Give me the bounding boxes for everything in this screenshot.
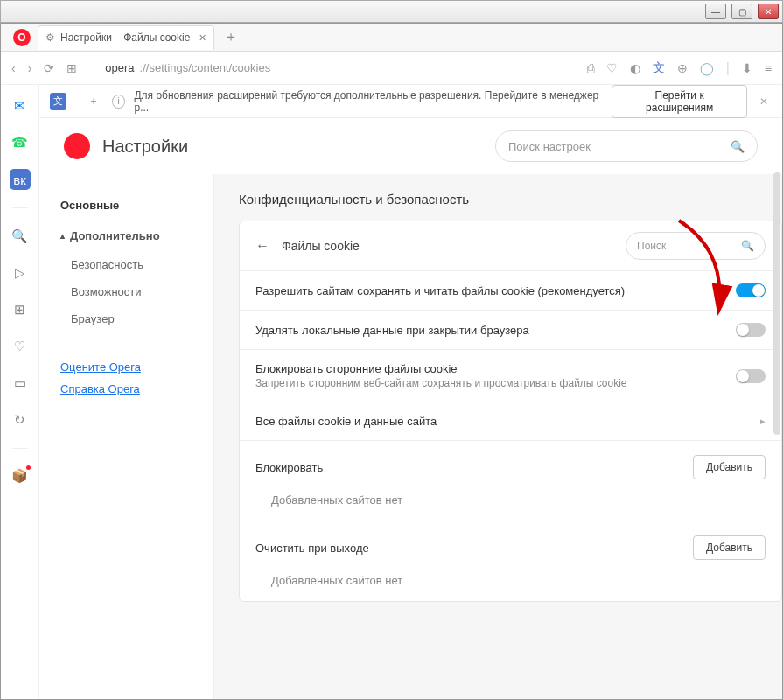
row-allow-cookies: Разрешить сайтам сохранять и читать файл…	[240, 270, 781, 310]
card-search-placeholder: Поиск	[637, 240, 666, 252]
adblock-icon[interactable]: ◐	[630, 61, 640, 75]
history-icon[interactable]: ↻	[10, 410, 31, 430]
info-icon: i	[112, 94, 126, 108]
card-title: Файлы cookie	[282, 239, 360, 253]
messenger-icon[interactable]: ✉	[10, 95, 31, 116]
search-icon: 🔍	[741, 240, 754, 252]
settings-header: Настройки Поиск настроек 🔍	[39, 118, 782, 174]
clear-on-exit-section: Очистить при выходе Добавить Добавленных…	[240, 521, 781, 601]
window-maximize-button[interactable]: ▢	[731, 4, 752, 19]
tab-title: Настройки – Файлы cookie	[60, 32, 190, 44]
speed-dial-rail-icon[interactable]: ⊞	[10, 299, 31, 320]
close-tab-icon[interactable]: ✕	[199, 32, 206, 44]
heart-icon[interactable]: ♡	[606, 61, 618, 75]
search-icon: 🔍	[731, 140, 745, 153]
row-all-cookies-label: Все файлы cookie и данные сайта	[255, 415, 750, 428]
url-host: opera	[105, 61, 134, 74]
go-to-extensions-button[interactable]: Перейти к расширениям	[612, 85, 747, 118]
window-close-button[interactable]: ✕	[758, 4, 779, 19]
block-title: Блокировать	[255, 461, 323, 474]
settings-nav: Основные ▴ Дополнительно Безопасность Во…	[39, 174, 214, 699]
notification-bar: 文 ＋ i Для обновления расширений требуютс…	[39, 85, 782, 118]
easy-setup-icon[interactable]: ≡	[765, 61, 772, 75]
window-titlebar: — ▢ ✕	[0, 0, 783, 23]
settings-search-input[interactable]: Поиск настроек 🔍	[495, 130, 758, 162]
notification-text: Для обновления расширений требуются допо…	[134, 89, 603, 114]
row-all-cookies[interactable]: Все файлы cookie и данные сайта ▸	[240, 402, 781, 440]
vk-icon[interactable]: вк	[10, 169, 31, 190]
opera-logo-icon	[64, 133, 90, 159]
clear-empty-text: Добавленных сайтов нет	[255, 574, 766, 587]
row-clear-label: Удалять локальные данные при закрытии бр…	[255, 324, 725, 337]
extension-badge-icon: 文	[50, 93, 66, 110]
page-title: Настройки	[102, 136, 188, 157]
cookies-card: ← Файлы cookie Поиск 🔍 Разрешить сайтам …	[239, 220, 782, 602]
gear-icon: ⚙	[45, 32, 55, 44]
person-icon[interactable]: ◯	[700, 61, 714, 75]
search-placeholder: Поиск настроек	[508, 140, 591, 153]
left-sidebar-rail: ✉ ☎ вк 🔍 ▷ ⊞ ♡ ▭ ↻ 📦	[1, 85, 39, 699]
nav-advanced[interactable]: ▴ Дополнительно	[39, 220, 213, 251]
block-thirdparty-toggle[interactable]	[736, 369, 766, 383]
row-block3p-sub: Запретить сторонним веб-сайтам сохранять…	[255, 377, 725, 389]
add-panel-button[interactable]: ＋	[84, 92, 102, 111]
block-empty-text: Добавленных сайтов нет	[255, 494, 766, 507]
nav-security[interactable]: Безопасность	[39, 251, 213, 278]
cookies-search-input[interactable]: Поиск 🔍	[626, 232, 766, 260]
back-arrow-icon[interactable]: ←	[255, 238, 269, 254]
url-path: ://settings/content/cookies	[140, 61, 271, 74]
row-allow-label: Разрешить сайтам сохранять и читать файл…	[255, 284, 725, 298]
news-icon[interactable]: ▭	[10, 373, 31, 394]
chevron-up-icon: ▴	[60, 231, 65, 241]
opera-logo-icon[interactable]: O	[13, 29, 31, 46]
chevron-right-icon: ▸	[760, 416, 766, 427]
rate-opera-link[interactable]: Оцените Opera	[60, 360, 192, 374]
reload-icon[interactable]: ⟳	[44, 61, 54, 75]
clear-title: Очистить при выходе	[255, 542, 369, 555]
nav-forward-icon[interactable]: ›	[28, 61, 32, 75]
extensions-icon[interactable]: 📦	[10, 466, 30, 486]
browser-tab[interactable]: ⚙ Настройки – Файлы cookie ✕	[38, 25, 214, 50]
tab-strip: O ⚙ Настройки – Файлы cookie ✕ ＋	[1, 24, 782, 52]
translate-icon[interactable]: 文	[653, 60, 665, 76]
scrollbar[interactable]	[773, 172, 780, 435]
bookmarks-icon[interactable]: ♡	[10, 336, 31, 357]
nav-back-icon[interactable]: ‹	[11, 61, 16, 75]
search-icon[interactable]: 🔍	[10, 226, 31, 247]
url-field[interactable]: opera://settings/content/cookies	[105, 61, 574, 74]
flow-icon[interactable]: ▷	[10, 262, 31, 284]
add-block-button[interactable]: Добавить	[693, 455, 766, 480]
speed-dial-icon[interactable]: ⊞	[66, 61, 77, 75]
clear-on-exit-toggle[interactable]	[736, 323, 766, 337]
add-clear-button[interactable]: Добавить	[693, 536, 766, 560]
snapshot-icon[interactable]: ⎙	[587, 61, 594, 75]
nav-browser[interactable]: Браузер	[39, 305, 213, 332]
nav-advanced-label: Дополнительно	[70, 229, 160, 242]
new-tab-button[interactable]: ＋	[221, 28, 241, 47]
nav-basic[interactable]: Основные	[39, 190, 213, 220]
download-icon[interactable]: ⬇	[742, 61, 752, 75]
window-minimize-button[interactable]: —	[705, 4, 726, 19]
address-bar: ‹ › ⟳ ⊞ opera://settings/content/cookies…	[1, 52, 782, 85]
help-opera-link[interactable]: Справка Opera	[60, 382, 192, 396]
section-title: Конфиденциальность и безопасность	[239, 192, 782, 206]
block-list-section: Блокировать Добавить Добавленных сайтов …	[240, 440, 781, 521]
row-block3p-label: Блокировать сторонние файлы cookie	[255, 362, 725, 375]
globe-icon[interactable]: ⊕	[677, 61, 688, 75]
notification-close-icon[interactable]: ✕	[756, 95, 772, 108]
nav-features[interactable]: Возможности	[39, 278, 213, 305]
allow-cookies-toggle[interactable]	[736, 284, 766, 298]
row-clear-on-exit: Удалять локальные данные при закрытии бр…	[240, 310, 781, 349]
whatsapp-icon[interactable]: ☎	[10, 132, 31, 153]
row-block-thirdparty: Блокировать сторонние файлы cookie Запре…	[240, 349, 781, 402]
settings-content: Конфиденциальность и безопасность ← Файл…	[214, 174, 782, 699]
